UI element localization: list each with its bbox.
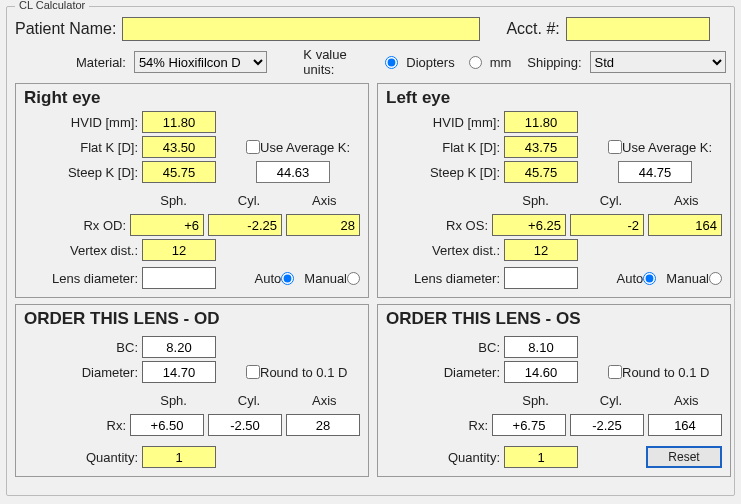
l-manual-label: Manual <box>666 271 709 286</box>
shipping-select[interactable]: Std <box>590 51 726 73</box>
l-use-avg-k-checkbox[interactable] <box>608 140 622 154</box>
r-col-sph: Sph. <box>138 193 209 208</box>
l-flatk-input[interactable] <box>504 136 578 158</box>
od-dia-label: Diameter: <box>24 365 142 380</box>
os-dia-input[interactable] <box>504 361 578 383</box>
acct-label: Acct. #: <box>506 20 559 38</box>
kunits-diopters-radio[interactable] <box>385 56 398 69</box>
shipping-label: Shipping: <box>527 55 581 70</box>
l-steepk-label: Steep K [D]: <box>386 165 504 180</box>
r-rx-cyl-input[interactable] <box>208 214 282 236</box>
l-col-sph: Sph. <box>500 193 571 208</box>
l-rx-label: Rx OS: <box>386 218 492 233</box>
r-col-axis: Axis <box>289 193 360 208</box>
od-dia-input[interactable] <box>142 361 216 383</box>
l-vertex-label: Vertex dist.: <box>386 243 504 258</box>
l-manual-radio[interactable] <box>709 272 722 285</box>
right-eye-panel: Right eye HVID [mm]: Flat K [D]: Use Ave… <box>15 83 369 298</box>
left-eye-title: Left eye <box>386 88 722 108</box>
r-use-avg-k-label: Use Average K: <box>260 140 350 155</box>
r-rx-axis-input[interactable] <box>286 214 360 236</box>
od-qty-label: Quantity: <box>24 450 142 465</box>
settings-row: Material: 54% Hioxifilcon D K value unit… <box>15 47 726 77</box>
r-hvid-input[interactable] <box>142 111 216 133</box>
od-col-sph: Sph. <box>138 393 209 408</box>
os-rx-sph-input[interactable] <box>492 414 566 436</box>
r-auto-radio[interactable] <box>281 272 294 285</box>
r-manual-radio[interactable] <box>347 272 360 285</box>
l-steepk-input[interactable] <box>504 161 578 183</box>
od-rx-sph-input[interactable] <box>130 414 204 436</box>
r-flatk-label: Flat K [D]: <box>24 140 142 155</box>
os-col-axis: Axis <box>651 393 722 408</box>
l-lensdia-label: Lens diameter: <box>386 271 504 286</box>
od-col-cyl: Cyl. <box>213 393 284 408</box>
r-flatk-input[interactable] <box>142 136 216 158</box>
l-auto-label: Auto <box>617 271 644 286</box>
kunits-mm-radio[interactable] <box>469 56 482 69</box>
order-od-panel: ORDER THIS LENS - OD BC: Diameter: Round… <box>15 304 369 477</box>
l-hvid-label: HVID [mm]: <box>386 115 504 130</box>
os-qty-label: Quantity: <box>386 450 504 465</box>
eye-panels: Right eye HVID [mm]: Flat K [D]: Use Ave… <box>15 83 726 298</box>
l-rx-cyl-input[interactable] <box>570 214 644 236</box>
os-bc-input[interactable] <box>504 336 578 358</box>
r-vertex-input[interactable] <box>142 239 216 261</box>
l-hvid-input[interactable] <box>504 111 578 133</box>
kunits-diopters-label: Diopters <box>406 55 454 70</box>
l-auto-radio[interactable] <box>643 272 656 285</box>
l-use-avg-k-label: Use Average K: <box>622 140 712 155</box>
reset-button[interactable]: Reset <box>646 446 722 468</box>
patient-name-label: Patient Name: <box>15 20 116 38</box>
l-rx-sph-input[interactable] <box>492 214 566 236</box>
r-col-cyl: Cyl. <box>213 193 284 208</box>
r-vertex-label: Vertex dist.: <box>24 243 142 258</box>
r-lensdia-input[interactable] <box>142 267 216 289</box>
order-od-title: ORDER THIS LENS - OD <box>24 309 360 329</box>
os-round-label: Round to 0.1 D <box>622 365 709 380</box>
group-legend: CL Calculator <box>15 0 89 11</box>
r-lensdia-label: Lens diameter: <box>24 271 142 286</box>
os-qty-input[interactable] <box>504 446 578 468</box>
os-dia-label: Diameter: <box>386 365 504 380</box>
r-use-avg-k-checkbox[interactable] <box>246 140 260 154</box>
order-os-panel: ORDER THIS LENS - OS BC: Diameter: Round… <box>377 304 731 477</box>
l-rx-axis-input[interactable] <box>648 214 722 236</box>
os-rx-axis-input[interactable] <box>648 414 722 436</box>
kunits-mm-label: mm <box>490 55 512 70</box>
kunits-label: K value units: <box>303 47 377 77</box>
r-steepk-input[interactable] <box>142 161 216 183</box>
l-flatk-label: Flat K [D]: <box>386 140 504 155</box>
cl-calculator-group: CL Calculator Patient Name: Acct. #: Mat… <box>6 6 735 496</box>
od-round-checkbox[interactable] <box>246 365 260 379</box>
od-rx-axis-input[interactable] <box>286 414 360 436</box>
l-col-axis: Axis <box>651 193 722 208</box>
l-col-cyl: Cyl. <box>575 193 646 208</box>
top-row: Patient Name: Acct. #: <box>15 17 726 41</box>
r-avg-k-value: 44.63 <box>256 161 330 183</box>
r-steepk-label: Steep K [D]: <box>24 165 142 180</box>
left-eye-panel: Left eye HVID [mm]: Flat K [D]: Use Aver… <box>377 83 731 298</box>
r-rx-sph-input[interactable] <box>130 214 204 236</box>
l-avg-k-value: 44.75 <box>618 161 692 183</box>
od-qty-input[interactable] <box>142 446 216 468</box>
od-round-label: Round to 0.1 D <box>260 365 347 380</box>
od-bc-input[interactable] <box>142 336 216 358</box>
l-lensdia-input[interactable] <box>504 267 578 289</box>
r-rx-label: Rx OD: <box>24 218 130 233</box>
l-vertex-input[interactable] <box>504 239 578 261</box>
order-os-title: ORDER THIS LENS - OS <box>386 309 722 329</box>
os-round-checkbox[interactable] <box>608 365 622 379</box>
r-auto-label: Auto <box>255 271 282 286</box>
os-rx-label: Rx: <box>386 418 492 433</box>
r-manual-label: Manual <box>304 271 347 286</box>
acct-input[interactable] <box>566 17 710 41</box>
patient-name-input[interactable] <box>122 17 480 41</box>
order-panels: ORDER THIS LENS - OD BC: Diameter: Round… <box>15 304 726 477</box>
material-label: Material: <box>76 55 126 70</box>
od-rx-label: Rx: <box>24 418 130 433</box>
material-select[interactable]: 54% Hioxifilcon D <box>134 51 267 73</box>
os-bc-label: BC: <box>386 340 504 355</box>
od-rx-cyl-input[interactable] <box>208 414 282 436</box>
os-rx-cyl-input[interactable] <box>570 414 644 436</box>
